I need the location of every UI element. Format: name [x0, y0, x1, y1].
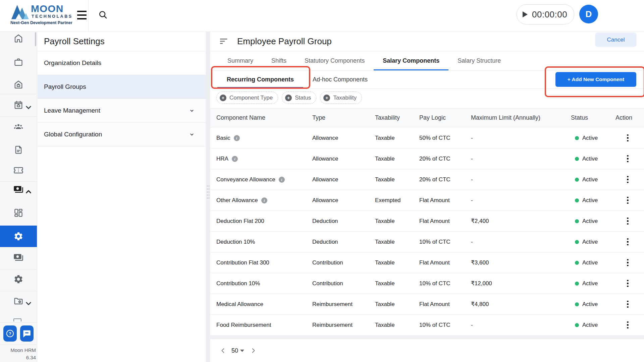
calendar-briefcase-icon [13, 100, 23, 110]
rail-item-gear[interactable] [0, 269, 37, 289]
tab-shifts[interactable]: Shifts [262, 51, 296, 70]
help-button[interactable]: ? [3, 325, 17, 342]
timer-value: 00:00:00 [532, 9, 567, 20]
pay-logic: 20% of CTC [419, 156, 471, 162]
info-icon[interactable]: i [279, 177, 285, 183]
info-icon[interactable]: i [232, 156, 238, 162]
taxability: Taxable [375, 239, 419, 245]
add-new-component-button[interactable]: + Add New Component [555, 72, 636, 87]
taxability: Taxable [375, 322, 419, 328]
max-limit: - [471, 197, 570, 204]
drag-handle-icon[interactable] [206, 185, 210, 199]
filter-chip-taxability[interactable]: +Taxability [320, 92, 362, 104]
status-cell: Active [570, 322, 615, 328]
page-size-dropdown-icon[interactable] [240, 350, 244, 352]
rail-item-ticket[interactable] [0, 161, 37, 180]
panel-title: Payroll Settings [38, 32, 206, 51]
pay-logic: 50% of CTC [419, 135, 471, 141]
filter-chip-label: Component Type [229, 95, 273, 101]
rail-item-briefcase[interactable] [0, 52, 37, 72]
row-actions-menu-icon[interactable] [615, 176, 629, 183]
timer-play-icon[interactable] [523, 11, 528, 17]
add-filter-icon: + [285, 95, 292, 101]
row-actions-menu-icon[interactable] [615, 259, 629, 266]
rail-divider [0, 269, 37, 269]
settings-item-label: Organization Details [44, 59, 101, 67]
info-icon[interactable]: i [261, 197, 267, 203]
settings-item-payroll-groups[interactable]: Payroll Groups [38, 75, 206, 99]
row-actions-menu-icon[interactable] [615, 218, 629, 225]
table-row-hra: HRAiAllowanceTaxable20% of CTC-Active [210, 148, 644, 169]
feedback-button[interactable] [20, 325, 34, 342]
settings-item-global-configuration[interactable]: Global Configuration [38, 123, 206, 146]
status-cell: Active [570, 280, 615, 287]
rail-item-people[interactable] [0, 117, 37, 136]
table-row-food-reimbursement: Food ReimbursementReimbursementTaxable10… [210, 315, 644, 336]
component-type: Contribution [312, 280, 375, 287]
hamburger-menu-icon[interactable] [77, 11, 87, 19]
max-limit: ₹3,600 [471, 259, 570, 266]
rail-item-payments[interactable] [0, 248, 37, 267]
folder-gear-icon [13, 296, 23, 306]
rail-item-folder-gear[interactable] [0, 291, 37, 311]
rail-item-payments-dark[interactable] [0, 180, 37, 199]
tab-statutory-components[interactable]: Statutory Components [296, 51, 374, 70]
previous-page-icon[interactable] [219, 347, 227, 354]
partially-visible-icon [13, 318, 21, 321]
tab-summary[interactable]: Summary [218, 51, 262, 70]
pay-logic: 20% of CTC [419, 176, 471, 183]
cancel-button[interactable]: Cancel [595, 33, 637, 47]
subtab-recurring-components[interactable]: Recurring Components [217, 71, 303, 88]
subtabs-divider [210, 88, 644, 89]
rail-item-calendar-briefcase[interactable] [0, 95, 37, 115]
row-actions-menu-icon[interactable] [615, 280, 629, 287]
column-header-pay-logic: Pay Logic [419, 114, 471, 121]
max-limit: ₹12,000 [471, 280, 570, 287]
rail-item-gear-active[interactable] [0, 226, 37, 247]
table-row-deduction-10-: Deduction 10%DeductionTaxable10% of CTC-… [210, 232, 644, 252]
component-type: Allowance [312, 135, 375, 141]
filter-chip-status[interactable]: +Status [282, 92, 316, 104]
settings-item-organization-details[interactable]: Organization Details [38, 51, 206, 75]
brand-title: MOON [31, 3, 63, 14]
chevron-down-icon [189, 131, 195, 137]
briefcase-icon [13, 57, 23, 67]
taxability: Taxable [375, 259, 419, 266]
row-actions-menu-icon[interactable] [615, 155, 629, 163]
settings-item-leave-management[interactable]: Leave Management [38, 99, 206, 123]
row-actions-menu-icon[interactable] [615, 197, 629, 204]
status-label: Active [582, 197, 598, 204]
search-icon[interactable] [98, 10, 108, 20]
row-actions-menu-icon[interactable] [615, 301, 629, 308]
max-limit: ₹2,400 [471, 218, 570, 225]
timer-widget[interactable]: 00:00:00 [517, 4, 574, 24]
people-icon [13, 122, 23, 132]
subtab-ad-hoc-components[interactable]: Ad-hoc Components [303, 71, 377, 88]
tab-salary-structure[interactable]: Salary Structure [448, 51, 510, 70]
rail-item-document[interactable] [0, 140, 37, 160]
page-size-value[interactable]: 50 [231, 347, 238, 354]
taxability: Taxable [375, 301, 419, 308]
filter-chip-component-type[interactable]: +Component Type [216, 92, 278, 104]
row-actions-menu-icon[interactable] [615, 134, 629, 142]
tab-salary-components[interactable]: Salary Components [374, 51, 448, 70]
rail-item-home-work[interactable] [0, 75, 37, 94]
row-actions-menu-icon[interactable] [615, 238, 629, 246]
component-type: Deduction [312, 218, 375, 225]
status-active-dot [575, 323, 579, 327]
rail-divider [0, 94, 37, 94]
table-row-contribution-10-: Contribution 10%ContributionTaxable10% o… [210, 273, 644, 294]
pay-logic: 10% of CTC [419, 280, 471, 287]
main-tabs: SummaryShiftsStatutory ComponentsSalary … [218, 51, 510, 70]
pay-logic: Flat Amount [419, 259, 471, 266]
row-actions-menu-icon[interactable] [615, 321, 629, 329]
info-icon[interactable]: i [234, 135, 240, 141]
taxability: Taxable [375, 176, 419, 183]
component-name: Conveyance Allowance [216, 176, 275, 183]
taxability: Exempted [375, 197, 419, 204]
rail-item-dashboard[interactable] [0, 203, 37, 223]
user-avatar[interactable]: D [579, 5, 598, 23]
status-cell: Active [570, 218, 615, 225]
next-page-icon[interactable] [250, 347, 257, 354]
status-cell: Active [570, 135, 615, 141]
